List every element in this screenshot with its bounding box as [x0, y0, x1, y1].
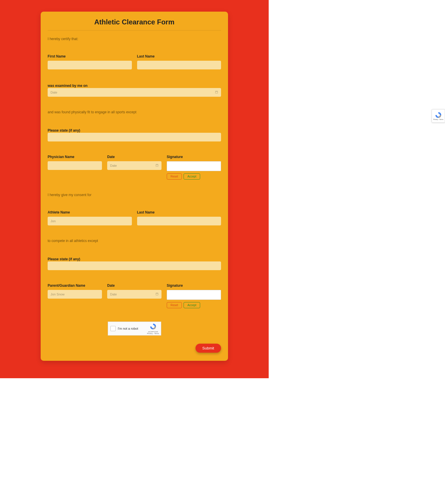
compete-text: to compete in all athletics except	[48, 239, 221, 243]
title-divider	[48, 30, 221, 31]
physician-name-input[interactable]	[48, 161, 102, 170]
examined-label: was examined by me on	[48, 84, 87, 88]
physician-signature-reset-button[interactable]: Reset	[167, 173, 182, 180]
recaptcha-checkbox[interactable]	[110, 326, 116, 331]
physician-signature-accept-button[interactable]: Accept	[184, 173, 200, 180]
examined-date-input[interactable]	[48, 88, 221, 97]
parent-signature-accept-button[interactable]: Accept	[184, 302, 200, 308]
last-name-label: Last Name	[137, 54, 221, 58]
athlete-name-label: Athlete Name	[48, 210, 132, 214]
recaptcha-badge-terms: Privacy - Terms	[433, 119, 443, 120]
physician-date-input[interactable]	[107, 161, 162, 170]
athlete-last-name-label: Last Name	[137, 210, 221, 214]
please-state-label-2: Please state (if any)	[48, 257, 80, 261]
consent-text: I hereby give my consent for	[48, 193, 221, 197]
certify-text: I hereby certify that:	[48, 37, 221, 41]
calendar-icon	[155, 164, 159, 168]
athlete-name-input[interactable]	[48, 217, 132, 225]
calendar-icon	[155, 293, 159, 296]
parent-signature-reset-button[interactable]: Reset	[167, 302, 182, 308]
page-title: Athletic Clearance Form	[48, 18, 221, 30]
recaptcha-brand: reCAPTCHA	[147, 331, 159, 333]
parent-name-label: Parent/Guardian Name	[48, 284, 102, 288]
form-card: Athletic Clearance Form I hereby certify…	[41, 12, 228, 361]
submit-button[interactable]: Submit	[195, 344, 221, 353]
first-name-input[interactable]	[48, 61, 132, 69]
physician-signature-label: Signature	[167, 155, 221, 159]
parent-signature-pad[interactable]	[167, 290, 221, 300]
recaptcha-widget[interactable]: I'm not a robot reCAPTCHA Privacy - Term…	[108, 322, 161, 336]
physician-name-label: Physician Name	[48, 155, 102, 159]
found-fit-text: and was found physically fit to engage i…	[48, 110, 221, 114]
first-name-label: First Name	[48, 54, 132, 58]
parent-date-input[interactable]	[107, 290, 162, 299]
last-name-input[interactable]	[137, 61, 221, 69]
recaptcha-floating-badge[interactable]: Privacy - Terms	[432, 109, 445, 123]
calendar-icon	[215, 91, 218, 94]
recaptcha-badge-icon	[435, 112, 442, 119]
please-state-label-1: Please state (if any)	[48, 128, 80, 132]
physician-signature-pad[interactable]	[167, 161, 221, 171]
recaptcha-logo-icon	[150, 323, 157, 330]
parent-date-label: Date	[107, 284, 162, 288]
page-right-gutter: Privacy - Terms	[269, 0, 445, 378]
please-state-input-1[interactable]	[48, 133, 221, 141]
page-background: Athletic Clearance Form I hereby certify…	[0, 0, 269, 378]
recaptcha-terms: Privacy - Terms	[147, 333, 159, 335]
parent-signature-label: Signature	[167, 284, 221, 288]
physician-date-label: Date	[107, 155, 162, 159]
parent-name-input[interactable]	[48, 290, 102, 299]
please-state-input-2[interactable]	[48, 261, 221, 270]
recaptcha-label: I'm not a robot	[118, 327, 138, 330]
athlete-last-name-input[interactable]	[137, 217, 221, 225]
